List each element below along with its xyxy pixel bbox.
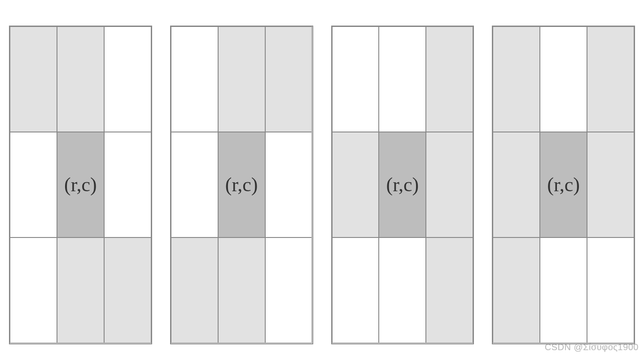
grid-1-cell-2-0 (10, 237, 57, 343)
grid-2-cell-0-1 (218, 26, 265, 132)
grid-3-cell-2-2 (426, 237, 473, 343)
watermark: CSDN @Σίσυφος1900 (545, 342, 639, 352)
grid-1-cell-0-0 (10, 26, 57, 132)
grid-3-cell-1-2 (426, 132, 473, 237)
grid-2: (r,c) (170, 26, 313, 344)
grid-1-cell-0-2 (104, 26, 151, 132)
grid-4-cell-2-2 (587, 237, 634, 343)
grid-1: (r,c) (9, 26, 152, 344)
grid-3-cell-0-0 (332, 26, 379, 132)
diagram-container: (r,c) (r,c) (r,c) (r,c) (0, 0, 644, 356)
center-label: (r,c) (386, 173, 419, 196)
grid-4-cell-center: (r,c) (540, 132, 587, 237)
grid-2-cell-2-1 (218, 237, 265, 343)
grid-2-cell-1-2 (265, 132, 312, 237)
center-label: (r,c) (225, 173, 258, 196)
grid-2-cell-0-0 (171, 26, 218, 132)
grid-4-cell-0-2 (587, 26, 634, 132)
center-label: (r,c) (547, 173, 580, 196)
grid-1-cell-2-1 (57, 237, 104, 343)
grid-1-cell-center: (r,c) (57, 132, 104, 237)
grid-1-cell-1-2 (104, 132, 151, 237)
grid-3-cell-2-0 (332, 237, 379, 343)
grid-3-cell-0-2 (426, 26, 473, 132)
grid-2-cell-0-2 (265, 26, 312, 132)
grid-1-cell-2-2 (104, 237, 151, 343)
grid-2-cell-1-0 (171, 132, 218, 237)
grid-4-cell-2-1 (540, 237, 587, 343)
grid-4-cell-1-2 (587, 132, 634, 237)
grid-1-cell-1-0 (10, 132, 57, 237)
grid-4-cell-2-0 (493, 237, 540, 343)
grid-3: (r,c) (331, 26, 474, 344)
grid-2-cell-center: (r,c) (218, 132, 265, 237)
grid-3-cell-2-1 (379, 237, 426, 343)
center-label: (r,c) (64, 173, 97, 196)
grid-2-cell-2-0 (171, 237, 218, 343)
grid-2-cell-2-2 (265, 237, 312, 343)
grid-3-cell-center: (r,c) (379, 132, 426, 237)
grid-4: (r,c) (492, 26, 635, 344)
grid-3-cell-0-1 (379, 26, 426, 132)
grid-3-cell-1-0 (332, 132, 379, 237)
grid-4-cell-0-0 (493, 26, 540, 132)
grid-1-cell-0-1 (57, 26, 104, 132)
grid-4-cell-1-0 (493, 132, 540, 237)
grid-4-cell-0-1 (540, 26, 587, 132)
